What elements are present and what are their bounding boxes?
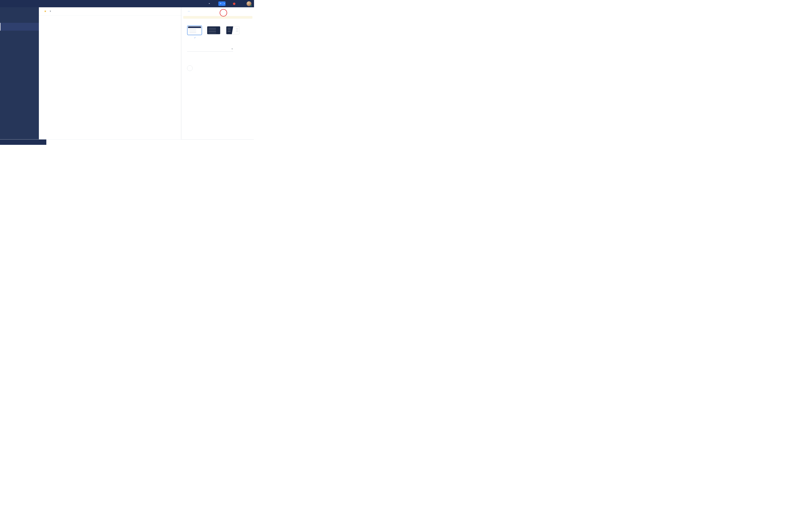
user-avatar[interactable]: [246, 1, 252, 6]
preferences-panel: ✓: [181, 7, 254, 139]
smart-chat-bar: [46, 140, 248, 145]
smart-chat-input[interactable]: [49, 141, 246, 143]
quick-tools: [248, 140, 254, 145]
check-icon: ✓: [194, 36, 196, 39]
sidebar-item-team-feeds[interactable]: [0, 15, 39, 23]
plus-icon: +: [218, 1, 223, 6]
beta-badge: [188, 11, 190, 12]
chevron-down-icon[interactable]: [223, 1, 226, 6]
top-navigation: +: [0, 0, 254, 7]
ticket-list-panel: ★: [39, 7, 181, 139]
accessibility-icon: [187, 65, 193, 71]
bottom-bar: [0, 139, 254, 145]
favorite-star-icon[interactable]: ★: [44, 10, 47, 13]
starred-views-header[interactable]: [0, 33, 39, 38]
sidebar: [0, 7, 39, 139]
sidebar-item-headquarters[interactable]: [0, 7, 39, 15]
collapse-sidebar-button[interactable]: [0, 136, 39, 139]
night-mode-option[interactable]: [206, 26, 221, 39]
ticket-list: [39, 15, 181, 139]
chevron-down-icon[interactable]: [50, 11, 51, 12]
list-header: ★: [39, 7, 181, 15]
notification-badge: [233, 3, 236, 5]
light-mode-option[interactable]: ✓: [187, 26, 202, 39]
app-root: +: [0, 0, 254, 145]
info-banner: [183, 16, 253, 19]
preferences-header: [182, 7, 254, 15]
sidebar-item-agent-queue[interactable]: [0, 46, 39, 53]
accessibility-row: [187, 65, 250, 71]
auto-mode-option[interactable]: [225, 26, 240, 39]
online-status-dot: [250, 5, 252, 6]
appearance-modes: ✓: [187, 26, 250, 39]
all-views-link[interactable]: [0, 39, 39, 46]
department-selector[interactable]: [208, 3, 210, 4]
add-ticket-button[interactable]: +: [218, 1, 226, 6]
night-mode-thumbnail: [207, 26, 220, 34]
layout-dropdown[interactable]: [187, 47, 233, 51]
sidebar-item-views[interactable]: [0, 23, 39, 31]
sidebar-item-tags[interactable]: [0, 61, 39, 69]
chevron-down-icon: [209, 3, 210, 4]
chevron-down-icon: [231, 49, 233, 49]
sidebar-item-team-queue[interactable]: [0, 53, 39, 61]
chat-dock: [0, 140, 46, 145]
light-mode-thumbnail: [188, 26, 201, 34]
auto-mode-thumbnail: [226, 26, 240, 34]
